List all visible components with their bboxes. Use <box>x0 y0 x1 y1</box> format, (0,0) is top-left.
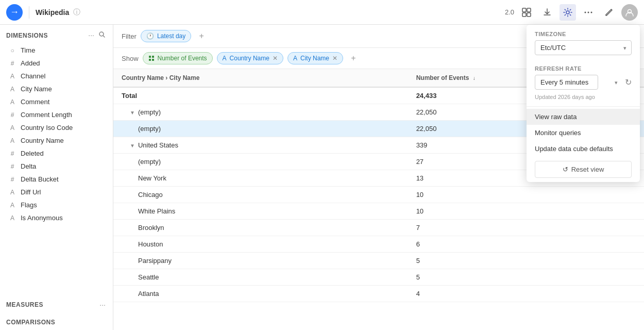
show-add-btn[interactable]: + <box>347 52 360 64</box>
popup-divider <box>527 106 640 107</box>
timezone-section: Timezone Etc/UTCAmerica/New_YorkAmerica/… <box>527 25 640 59</box>
sidebar-label-delta-bucket: Delta Bucket <box>21 175 59 183</box>
table-row[interactable]: Seattle5 <box>113 269 644 286</box>
comparisons-title: Comparisons <box>6 319 55 326</box>
dimensions-more-btn[interactable]: ··· <box>87 30 95 41</box>
sidebar-icon-country-name: A <box>8 137 16 144</box>
sidebar-icon-flags: A <box>8 202 16 209</box>
sidebar-item-time[interactable]: ○ Time <box>2 44 111 57</box>
grid-icon-btn[interactable] <box>518 4 535 21</box>
table-row[interactable]: Atlanta4 <box>113 286 644 302</box>
sidebar-item-added[interactable]: # Added <box>2 57 111 70</box>
table-row[interactable]: White Plains10 <box>113 203 644 220</box>
collapse-icon[interactable]: ▼ <box>130 110 135 116</box>
sidebar-item-is-anonymous[interactable]: A Is Anonymous <box>2 211 111 224</box>
timezone-select[interactable]: Etc/UTCAmerica/New_YorkAmerica/Los_Angel… <box>535 40 632 55</box>
sidebar-icon-channel: A <box>8 73 16 80</box>
row-label: Brooklyn <box>138 224 164 232</box>
svg-rect-2 <box>522 13 526 16</box>
more-icon-btn[interactable] <box>580 4 597 21</box>
row-value: 6 <box>408 236 644 253</box>
download-icon-btn[interactable] <box>539 4 555 21</box>
collapse-icon[interactable]: ▼ <box>130 143 135 148</box>
row-value: 5 <box>408 253 644 269</box>
table-row[interactable]: Brooklyn7 <box>113 220 644 236</box>
sidebar-item-country-iso-code[interactable]: A Country Iso Code <box>2 121 111 134</box>
filter-chip-latest-day[interactable]: 🕐 Latest day <box>141 30 191 42</box>
dimensions-search-btn[interactable] <box>97 30 107 41</box>
sidebar-icon-added: # <box>8 60 16 67</box>
filter-chip-text: Latest day <box>157 32 185 40</box>
sidebar-item-delta[interactable]: # Delta <box>2 160 111 173</box>
reset-view-btn[interactable]: ↺ Reset view <box>535 161 632 178</box>
show-chip-country[interactable]: A Country Name ✕ <box>217 52 283 64</box>
row-label: (empty) <box>138 158 161 166</box>
sidebar-item-deleted[interactable]: # Deleted <box>2 147 111 160</box>
sidebar-item-flags[interactable]: A Flags <box>2 199 111 211</box>
sidebar-item-diff-url[interactable]: A Diff Url <box>2 186 111 199</box>
menu-item-update-defaults[interactable]: Update data cube defaults <box>527 141 640 157</box>
sidebar-icon-is-anonymous: A <box>8 214 16 222</box>
info-icon[interactable]: ⓘ <box>73 8 80 17</box>
svg-point-6 <box>588 11 589 13</box>
refresh-select-wrapper: Every 1 minuteEvery 5 minutesEvery 10 mi… <box>535 75 622 90</box>
sidebar-label-flags: Flags <box>21 201 37 209</box>
dimensions-header: Dimensions ··· <box>0 25 113 44</box>
svg-rect-11 <box>152 56 154 58</box>
row-label: Chicago <box>138 191 163 199</box>
refresh-rate-select[interactable]: Every 1 minuteEvery 5 minutesEvery 10 mi… <box>535 75 598 90</box>
sidebar-icon-country-iso-code: A <box>8 124 16 131</box>
filter-label: Filter <box>122 32 137 40</box>
app-logo[interactable]: → <box>6 4 23 21</box>
table-row[interactable]: Chicago10 <box>113 187 644 203</box>
col1-header: Country Name › City Name <box>113 69 408 87</box>
sidebar: Dimensions ··· ○ Time # Added A Channel … <box>0 25 113 330</box>
sidebar-item-city-name[interactable]: A City Name <box>2 82 111 95</box>
city-dim-icon: A <box>293 55 297 62</box>
svg-point-4 <box>566 11 569 14</box>
svg-rect-12 <box>149 59 151 61</box>
row-value: 5 <box>408 269 644 286</box>
show-city-text: City Name <box>300 55 329 62</box>
row-label: Parsippany <box>138 257 172 265</box>
menu-item-monitor-queries[interactable]: Monitor queries <box>527 125 640 141</box>
sidebar-label-city-name: City Name <box>21 85 52 93</box>
table-row[interactable]: Parsippany5 <box>113 253 644 269</box>
sidebar-label-comment: Comment <box>21 98 49 106</box>
svg-rect-0 <box>522 8 526 12</box>
remove-city-btn[interactable]: ✕ <box>332 55 337 62</box>
sidebar-label-country-name: Country Name <box>21 137 64 144</box>
sidebar-item-comment[interactable]: A Comment <box>2 95 111 108</box>
sidebar-icon-delta: # <box>8 163 16 170</box>
show-chip-events[interactable]: Number of Events <box>143 52 213 64</box>
timezone-label: Timezone <box>535 31 632 37</box>
menu-item-view-raw[interactable]: View raw data <box>527 109 640 125</box>
row-label: White Plains <box>138 207 175 215</box>
sidebar-item-delta-bucket[interactable]: # Delta Bucket <box>2 173 111 186</box>
table-row[interactable]: Houston6 <box>113 236 644 253</box>
settings-icon-btn[interactable] <box>560 4 576 21</box>
sidebar-item-comment-length[interactable]: # Comment Length <box>2 108 111 121</box>
sidebar-label-channel: Channel <box>21 72 45 80</box>
sidebar-label-time: Time <box>21 46 35 54</box>
app-title: Wikipedia <box>36 8 69 16</box>
sort-icon[interactable]: ↓ <box>473 75 476 81</box>
sidebar-items-list: ○ Time # Added A Channel A City Name A C… <box>0 44 113 295</box>
row-value: 4 <box>408 286 644 302</box>
user-avatar[interactable] <box>621 4 638 21</box>
remove-country-btn[interactable]: ✕ <box>273 55 278 62</box>
clock-icon: 🕐 <box>146 32 154 40</box>
settings-popup: Timezone Etc/UTCAmerica/New_YorkAmerica/… <box>527 25 640 182</box>
edit-icon-btn[interactable] <box>601 4 617 21</box>
sidebar-item-country-name[interactable]: A Country Name <box>2 134 111 147</box>
svg-rect-13 <box>152 59 154 61</box>
row-label: United States <box>138 141 178 149</box>
svg-point-9 <box>99 32 104 36</box>
version-label: 2.0 <box>505 8 514 16</box>
sidebar-item-channel[interactable]: A Channel <box>2 70 111 82</box>
refresh-icon[interactable]: ↻ <box>625 77 632 87</box>
row-value: 10 <box>408 203 644 220</box>
filter-add-btn[interactable]: + <box>195 30 208 42</box>
show-chip-city[interactable]: A City Name ✕ <box>287 52 343 64</box>
measures-more-btn[interactable]: ··· <box>98 300 107 310</box>
